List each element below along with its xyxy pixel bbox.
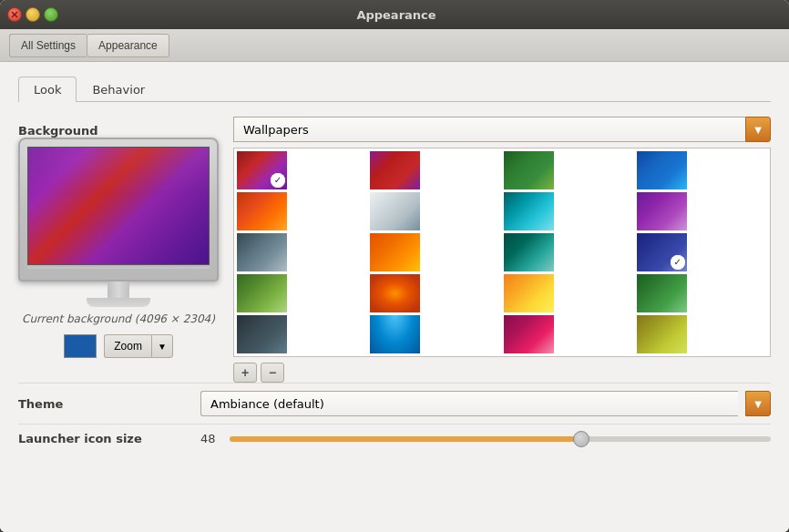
wallpaper-dropdown-arrow[interactable]: ▼ bbox=[745, 117, 771, 142]
launcher-label: Launcher icon size bbox=[18, 432, 200, 445]
app-window: Appearance All Settings Appearance Look … bbox=[0, 0, 789, 532]
wallpaper-thumb-12[interactable]: ✓ bbox=[637, 233, 687, 271]
tab-behavior[interactable]: Behavior bbox=[77, 77, 160, 102]
maximize-button[interactable] bbox=[44, 7, 58, 22]
monitor-stand bbox=[18, 281, 219, 307]
theme-label: Theme bbox=[18, 397, 200, 411]
wallpaper-thumb-9[interactable] bbox=[237, 233, 287, 271]
monitor bbox=[18, 138, 219, 307]
wallpaper-thumb-19[interactable] bbox=[504, 315, 554, 353]
tab-look[interactable]: Look bbox=[18, 77, 77, 102]
wallpaper-grid-controls: + − bbox=[233, 363, 771, 383]
wallpaper-thumb-5[interactable] bbox=[237, 192, 287, 230]
remove-wallpaper-button[interactable]: − bbox=[261, 363, 284, 383]
zoom-dropdown-arrow[interactable]: ▼ bbox=[151, 334, 173, 358]
wallpaper-thumb-11[interactable] bbox=[504, 233, 554, 271]
main-content: Look Behavior Background bbox=[0, 62, 789, 532]
window-controls bbox=[7, 7, 58, 22]
wallpaper-thumb-10[interactable] bbox=[370, 233, 420, 271]
theme-row: Theme Ambiance (default) ▼ bbox=[18, 383, 771, 424]
wallpaper-thumb-6[interactable] bbox=[370, 192, 420, 230]
launcher-slider[interactable] bbox=[230, 436, 771, 442]
add-wallpaper-button[interactable]: + bbox=[233, 363, 257, 383]
slider-thumb[interactable] bbox=[573, 431, 589, 447]
background-label: Background bbox=[18, 117, 219, 138]
wallpaper-thumb-17[interactable] bbox=[237, 315, 287, 353]
monitor-screen bbox=[27, 147, 210, 265]
all-settings-button[interactable]: All Settings bbox=[9, 34, 87, 57]
wallpaper-thumb-14[interactable] bbox=[370, 274, 420, 312]
wallpaper-thumb-7[interactable] bbox=[504, 192, 554, 230]
bg-controls: Zoom ▼ bbox=[64, 334, 173, 358]
color-swatch[interactable] bbox=[64, 334, 97, 358]
monitor-outer bbox=[18, 138, 219, 281]
wallpaper-panel: Wallpapers Wallpapers ▼ ✓ bbox=[233, 117, 771, 383]
titlebar: Appearance bbox=[0, 0, 789, 29]
wallpaper-dropdown: Wallpapers Wallpapers ▼ bbox=[233, 117, 771, 142]
wallpaper-thumb-2[interactable] bbox=[370, 151, 420, 189]
launcher-value: 48 bbox=[200, 432, 222, 445]
wallpaper-thumb-3[interactable] bbox=[504, 151, 554, 189]
wallpaper-grid: ✓ ✓ bbox=[233, 148, 771, 357]
wallpaper-thumb-16[interactable] bbox=[637, 274, 687, 312]
minimize-button[interactable] bbox=[26, 7, 40, 22]
monitor-stand-neck bbox=[108, 281, 129, 298]
breadcrumb-bar: All Settings Appearance bbox=[0, 29, 789, 62]
zoom-button[interactable]: Zoom ▼ bbox=[104, 334, 173, 358]
zoom-label[interactable]: Zoom bbox=[104, 334, 151, 358]
wallpaper-thumb-15[interactable] bbox=[504, 274, 554, 312]
close-button[interactable] bbox=[7, 7, 22, 22]
launcher-row: Launcher icon size 48 bbox=[18, 424, 771, 453]
monitor-stand-base bbox=[87, 298, 150, 307]
theme-value: Ambiance (default) bbox=[200, 391, 738, 416]
window-title: Appearance bbox=[66, 8, 727, 22]
tabs: Look Behavior bbox=[18, 76, 771, 102]
wallpaper-thumb-4[interactable] bbox=[637, 151, 687, 189]
wallpaper-thumb-1[interactable]: ✓ bbox=[237, 151, 287, 189]
theme-control: Ambiance (default) ▼ bbox=[200, 391, 771, 416]
current-bg-label: Current background (4096 × 2304) bbox=[22, 312, 215, 325]
theme-dropdown-arrow[interactable]: ▼ bbox=[745, 391, 771, 416]
launcher-control: 48 bbox=[200, 432, 771, 445]
monitor-area: Current background (4096 × 2304) Zoom ▼ bbox=[18, 138, 219, 358]
appearance-breadcrumb[interactable]: Appearance bbox=[87, 34, 169, 57]
wallpaper-thumb-13[interactable] bbox=[237, 274, 287, 312]
wallpaper-thumb-8[interactable] bbox=[637, 192, 687, 230]
wallpaper-thumb-18[interactable] bbox=[370, 315, 420, 353]
wallpaper-thumb-20[interactable] bbox=[637, 315, 687, 353]
